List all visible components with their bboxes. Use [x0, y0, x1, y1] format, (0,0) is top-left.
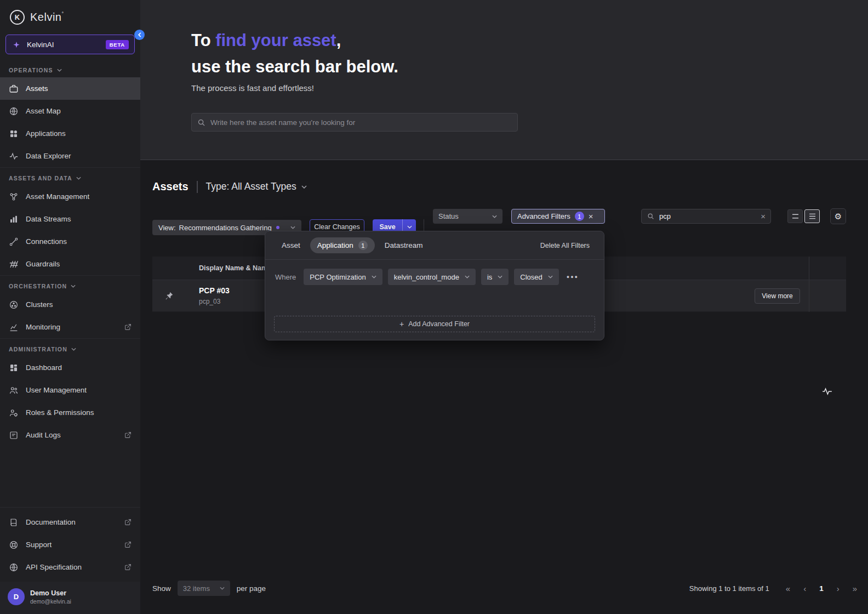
compact-view-toggle[interactable] — [804, 209, 820, 223]
clear-search-icon[interactable]: × — [761, 212, 766, 220]
sidebar-collapse-button[interactable] — [134, 30, 145, 40]
tab-application[interactable]: Application 1 — [310, 237, 375, 253]
gear-icon: ⚙ — [835, 212, 842, 221]
sidebar-item-user-management[interactable]: User Management — [0, 379, 140, 401]
sidebar-item-assets[interactable]: Assets — [0, 77, 140, 100]
sparkle-icon — [12, 41, 21, 49]
clear-filters-icon[interactable]: × — [589, 212, 593, 220]
sidebar-item-data-explorer[interactable]: Data Explorer — [0, 145, 140, 167]
asset-type-dropdown[interactable]: Type: All Asset Types — [206, 181, 307, 192]
roles-icon — [9, 408, 19, 418]
sidebar-item-data-streams[interactable]: Data Streams — [0, 208, 140, 230]
user-profile[interactable]: D Demo User demo@kelvin.ai — [0, 582, 140, 614]
tab-application-count: 1 — [358, 241, 368, 250]
last-page-button[interactable]: » — [853, 584, 857, 593]
show-label: Show — [152, 584, 171, 593]
sidebar-item-label: Roles & Permissions — [26, 408, 94, 417]
next-page-button[interactable]: › — [837, 584, 840, 593]
parameter-select[interactable]: kelvin_control_mode — [388, 269, 476, 285]
section-label: OPERATIONS — [9, 67, 53, 73]
section-operations: OPERATIONS Assets Asset Map Applications… — [0, 60, 140, 167]
sidebar-item-applications[interactable]: Applications — [0, 122, 140, 145]
assets-search-box: × — [641, 209, 771, 224]
section-orchestration: ORCHESTRATION Clusters Monitoring — [0, 275, 140, 338]
unsaved-changes-dot — [276, 226, 279, 229]
waveform-icon[interactable] — [821, 386, 833, 397]
sidebar-item-label: Documentation — [26, 518, 76, 526]
chevron-down-icon — [76, 177, 81, 180]
sidebar-item-dashboard[interactable]: Dashboard — [0, 356, 140, 379]
advanced-filters-panel: Asset Application 1 Datastream Delete Al… — [265, 231, 604, 340]
sidebar-item-monitoring[interactable]: Monitoring — [0, 316, 140, 338]
application-select-value: PCP Optimization — [310, 273, 366, 281]
assets-filter-input[interactable] — [659, 212, 756, 220]
add-advanced-filter-button[interactable]: + Add Advanced Filter — [274, 316, 595, 332]
tab-datastream[interactable]: Datastream — [382, 238, 425, 253]
sidebar-item-documentation[interactable]: Documentation — [0, 511, 140, 533]
plus-icon: + — [399, 320, 404, 328]
beta-badge: BETA — [106, 40, 129, 49]
section-label: ASSETS AND DATA — [9, 175, 72, 181]
section-header-assets-and-data[interactable]: ASSETS AND DATA — [0, 168, 140, 185]
status-dropdown[interactable]: Status — [433, 209, 502, 224]
filter-condition-row: Where PCP Optimization kelvin_control_mo… — [265, 260, 604, 285]
view-more-button[interactable]: View more — [755, 288, 800, 304]
sidebar-item-label: API Specification — [26, 563, 82, 571]
external-link-icon — [124, 541, 132, 548]
sidebar-nav: OPERATIONS Assets Asset Map Applications… — [0, 60, 140, 507]
section-header-orchestration[interactable]: ORCHESTRATION — [0, 276, 140, 293]
assets-title-row: Assets Type: All Asset Types — [152, 180, 307, 193]
application-select[interactable]: PCP Optimization — [304, 269, 382, 285]
sidebar-item-connections[interactable]: Connections — [0, 230, 140, 253]
apps-grid-icon — [9, 129, 19, 139]
current-page[interactable]: 1 — [819, 584, 824, 593]
sidebar-item-asset-management[interactable]: Asset Management — [0, 185, 140, 208]
search-icon — [647, 213, 655, 220]
filter-more-options-icon[interactable]: ●●● — [567, 274, 579, 280]
sidebar-item-clusters[interactable]: Clusters — [0, 293, 140, 316]
operator-select[interactable]: is — [481, 269, 509, 285]
comfortable-view-toggle[interactable] — [787, 209, 803, 223]
asset-search-input[interactable] — [210, 118, 512, 127]
sidebar-item-guardrails[interactable]: Guardrails — [0, 253, 140, 275]
sidebar-item-audit-logs[interactable]: Audit Logs — [0, 424, 140, 446]
sidebar-item-kelvinai[interactable]: KelvinAI BETA — [5, 35, 135, 54]
value-select[interactable]: Closed — [514, 269, 558, 285]
section-header-administration[interactable]: ADMINISTRATION — [0, 339, 140, 356]
brand-logo: K Kelvin° — [0, 0, 140, 32]
chevron-down-icon — [290, 226, 295, 229]
sidebar-item-api-specification[interactable]: API Specification — [0, 556, 140, 578]
delete-all-filters-button[interactable]: Delete All Filters — [540, 242, 590, 249]
user-email: demo@kelvin.ai — [30, 598, 71, 605]
advanced-filters-label: Advanced Filters — [517, 212, 570, 220]
hero-title: To find your asset, use the search bar b… — [191, 27, 398, 80]
sidebar: K Kelvin° KelvinAI BETA OPERATIONS Asset… — [0, 0, 140, 614]
sidebar-item-asset-map[interactable]: Asset Map — [0, 100, 140, 122]
pin-icon[interactable] — [164, 291, 174, 300]
chevron-down-icon — [548, 275, 553, 278]
sidebar-item-roles-permissions[interactable]: Roles & Permissions — [0, 401, 140, 424]
sidebar-item-label: Clusters — [26, 300, 53, 309]
page-size-dropdown[interactable]: 32 items — [178, 581, 230, 596]
main-content: To find your asset, use the search bar b… — [140, 0, 868, 614]
operator-select-value: is — [487, 273, 492, 281]
audit-icon — [9, 430, 19, 440]
sidebar-item-label: User Management — [26, 386, 87, 394]
page-title: Assets — [152, 180, 189, 193]
asset-type-label: Type: All Asset Types — [206, 181, 296, 192]
first-page-button[interactable]: « — [786, 584, 790, 593]
table-settings-button[interactable]: ⚙ — [830, 208, 846, 224]
brand-trademark: ° — [61, 11, 64, 16]
connections-icon — [9, 237, 19, 247]
brand-name: Kelvin° — [30, 11, 64, 24]
tab-asset[interactable]: Asset — [279, 238, 302, 253]
hero-section: To find your asset, use the search bar b… — [140, 0, 868, 160]
advanced-filters-button[interactable]: Advanced Filters 1 × — [511, 209, 605, 224]
section-header-operations[interactable]: OPERATIONS — [0, 60, 140, 77]
prev-page-button[interactable]: ‹ — [803, 584, 806, 593]
sidebar-item-support[interactable]: Support — [0, 533, 140, 556]
api-globe-icon — [9, 562, 19, 572]
add-advanced-filter-label: Add Advanced Filter — [408, 320, 470, 328]
save-dropdown-toggle[interactable] — [403, 225, 416, 229]
sidebar-item-label: Support — [26, 541, 52, 549]
